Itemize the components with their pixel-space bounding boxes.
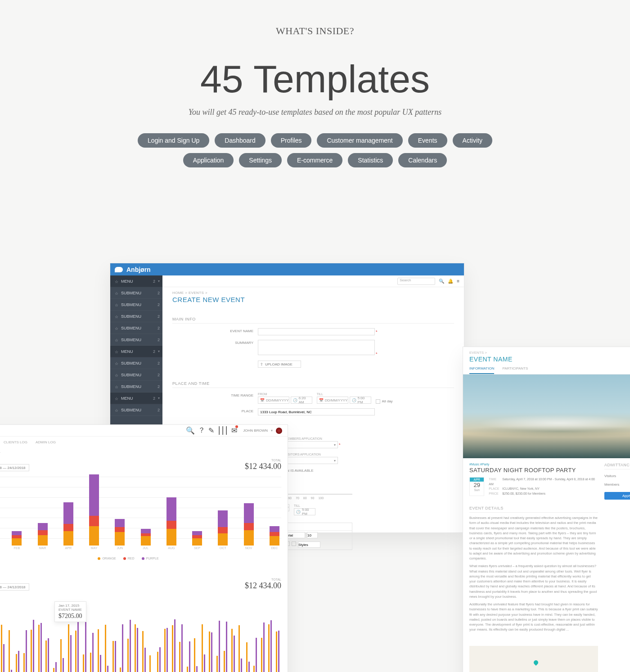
place-input[interactable] xyxy=(258,408,375,415)
pill[interactable]: Calendars xyxy=(398,153,447,167)
search-input[interactable]: Search xyxy=(397,278,435,285)
font-select[interactable] xyxy=(285,532,305,538)
pill[interactable]: Application xyxy=(183,153,234,167)
sidebar-item[interactable]: ☆SUBMENU2 xyxy=(110,381,162,392)
sidebar-item[interactable]: ☆MENU2▾ xyxy=(110,392,162,404)
date-from-input[interactable]: 📅DD/MM/YYYY xyxy=(258,397,289,404)
mini-label: TOTAL xyxy=(245,459,281,462)
payments-chart: €7000€6000€5000€4000€3000€2000€1000 Jan … xyxy=(0,593,281,672)
star-icon: ☆ xyxy=(115,303,118,307)
pill[interactable]: Customer management xyxy=(317,133,402,148)
tab-admin-log[interactable]: ADMIN LOG xyxy=(36,440,56,447)
time-till-input[interactable]: 🕒5:00 PM xyxy=(350,397,371,404)
sidebar-item[interactable]: ☆SUBMENU2 xyxy=(110,369,162,381)
breadcrumb: EVENTS > xyxy=(463,347,630,355)
sidebar-label: SUBMENU xyxy=(121,384,158,389)
register-time-input[interactable]: 🕒5:00 PM xyxy=(294,508,315,515)
sidebar-item[interactable]: ☆SUBMENU2 xyxy=(110,322,162,334)
page-title: CREATE NEW EVENT xyxy=(172,296,454,303)
event-tags: #Music #Party xyxy=(469,463,598,466)
total-value: $12 434.00 xyxy=(245,581,281,591)
sidebar-label: SUBMENU xyxy=(121,373,158,377)
section-header: MAIN INFO xyxy=(172,314,454,324)
sidebar-label: MENU xyxy=(121,349,153,354)
brand-logo-icon xyxy=(115,267,123,272)
star-icon: ☆ xyxy=(115,338,118,342)
sidebar-item[interactable]: ☆SUBMENU2 xyxy=(110,357,162,369)
sidebar-item[interactable]: ☆MENU2▾ xyxy=(110,346,162,357)
label: PLACE xyxy=(172,408,258,413)
chevron-down-icon[interactable]: ▾ xyxy=(271,428,273,433)
mini-label: VISITORS APPLICATION xyxy=(285,453,338,456)
sidebar-item[interactable]: ☆SUBMENU2 xyxy=(110,287,162,299)
count: 2 xyxy=(158,291,160,295)
pill[interactable]: Dashboard xyxy=(215,133,266,148)
event-hero-image xyxy=(463,374,630,458)
sidebar-label: SUBMENU xyxy=(121,314,158,319)
count: 2 xyxy=(158,373,160,377)
upload-label: UPLOAD IMAGE xyxy=(265,362,292,366)
notifications-icon[interactable]: ✉ xyxy=(231,426,237,435)
chart-legend: ORANGE RED PURPLE xyxy=(0,557,288,560)
topbar: Search 🔍 🔔 ≡ xyxy=(162,275,464,287)
star-icon: ☆ xyxy=(115,326,118,330)
event-name-input[interactable] xyxy=(258,328,375,335)
sidebar-item[interactable]: ☆SUBMENU2 xyxy=(110,404,162,416)
date-range-input[interactable]: 📅12/12/2018 — 24/12/2018 xyxy=(0,583,29,591)
date-till-input[interactable]: 📅DD/MM/YYYY xyxy=(317,397,348,404)
pill[interactable]: Settings xyxy=(239,153,282,167)
event-description: Additionally the unrivaled feature that … xyxy=(469,602,598,632)
hero-title: 45 Templates xyxy=(0,57,630,101)
sidebar-label: SUBMENU xyxy=(121,326,158,330)
event-meta: TIMESaturday, April 7, 2018 at 10:00 PM … xyxy=(489,477,598,496)
sidebar-label: SUBMENU xyxy=(121,338,158,342)
pill[interactable]: Events xyxy=(408,133,447,148)
star-icon: ☆ xyxy=(115,373,118,377)
tab-information[interactable]: INFORMATION xyxy=(469,366,494,374)
event-map[interactable] xyxy=(469,646,598,672)
sidebar-item[interactable]: ☆SUBMENU2 xyxy=(110,299,162,311)
all-day-checkbox[interactable] xyxy=(376,399,380,404)
time-from-input[interactable]: 🕒6:20 AM xyxy=(291,397,312,404)
sidebar-item[interactable]: ☆SUBMENU2 xyxy=(110,334,162,346)
page-title: EVENT NAME xyxy=(463,355,630,366)
pill[interactable]: Login and Sign Up xyxy=(138,133,209,148)
pill[interactable]: E-commerce xyxy=(287,153,342,167)
sidebar-label: SUBMENU xyxy=(121,302,158,307)
settings-icon[interactable]: ⎮⎮⎮ xyxy=(217,426,228,435)
menu-icon[interactable]: ≡ xyxy=(457,279,459,284)
mini-label: TIME RANGE xyxy=(0,461,29,464)
size-select[interactable] xyxy=(307,532,318,538)
search-icon[interactable]: 🔍 xyxy=(186,426,195,435)
count: 2 xyxy=(158,384,160,389)
share-icon[interactable]: ✎ xyxy=(208,426,214,435)
pill[interactable]: Activity xyxy=(453,133,492,148)
members-app-select[interactable]: ▾ xyxy=(285,441,338,448)
bell-icon[interactable]: 🔔 xyxy=(448,279,453,284)
bar-chart: €7000€6000€5000€4000€3000€2000€1000 JANF… xyxy=(0,474,281,555)
date-range-input[interactable]: 📅12/12/2018 — 24/12/2018 xyxy=(0,464,29,471)
styles-select[interactable] xyxy=(298,541,320,548)
clock-icon: 🕒 xyxy=(296,510,301,514)
pill[interactable]: Statistics xyxy=(348,153,393,167)
tab-participants[interactable]: PARTICIPANTS xyxy=(502,366,528,374)
mini-label: MEMBERS APPLICATION xyxy=(285,437,341,440)
upload-image-button[interactable]: ⇪UPLOAD IMAGE xyxy=(258,361,301,368)
summary-input[interactable] xyxy=(258,340,375,355)
sidebar-item[interactable]: ☆SUBMENU2 xyxy=(110,311,162,322)
count: 2 xyxy=(158,338,160,342)
visitors-app-select[interactable]: ▾ xyxy=(285,457,338,464)
search-icon[interactable]: 🔍 xyxy=(439,279,444,284)
adm-label: Members xyxy=(604,483,619,487)
breadcrumb: HOME > EVENTS > xyxy=(172,291,454,295)
tab-clients-log[interactable]: CLIENTS LOG xyxy=(4,440,27,447)
quote-icon[interactable] xyxy=(292,541,296,546)
avatar[interactable] xyxy=(276,428,282,434)
sidebar-item[interactable]: ☆MENU2▾ xyxy=(110,275,162,287)
help-icon[interactable]: ？ xyxy=(198,426,205,435)
pill[interactable]: Profiles xyxy=(271,133,312,148)
sidebar-label: MENU xyxy=(121,279,153,284)
label: TIME RANGE xyxy=(172,392,258,397)
apply-button[interactable]: Apply xyxy=(604,492,630,500)
chevron-down-icon: ▾ xyxy=(158,396,160,400)
